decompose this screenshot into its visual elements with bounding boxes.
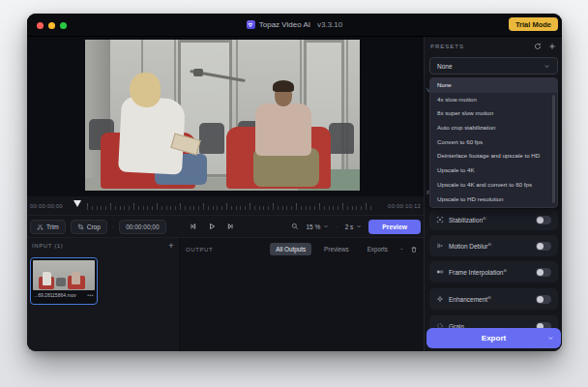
input-panel: INPUT (1) + ...69.28115864.mov ••• (27, 238, 180, 351)
app-version: v3.3.10 (317, 20, 342, 29)
enhancement-toggle[interactable] (536, 295, 551, 304)
crop-icon (77, 223, 84, 230)
timeline-start-timecode: 00:00:00;00 (30, 203, 63, 209)
previous-frame-button[interactable] (190, 223, 197, 230)
presets-panel: PRESETS VI FI None None (424, 37, 562, 351)
trial-mode-badge[interactable]: Trial Mode (509, 17, 558, 31)
motion-deblur-toggle[interactable] (536, 242, 551, 251)
play-button[interactable] (208, 223, 216, 230)
frame-interpolation-icon (436, 268, 444, 276)
output-panel: OUTPUT All Outputs Previews Exports (180, 238, 424, 351)
filter-motion-deblur[interactable]: Motion DeblurAI (429, 235, 558, 256)
tab-all-outputs[interactable]: All Outputs (270, 243, 311, 255)
preset-option[interactable]: None (430, 78, 557, 93)
preset-option[interactable]: 4x slow motion (430, 93, 557, 107)
preview-duration-select[interactable]: 2 s (343, 222, 365, 232)
input-clip-thumbnail[interactable]: ...69.28115864.mov ••• (30, 257, 98, 305)
scissors-icon (37, 223, 44, 230)
zoom-window-button[interactable] (60, 22, 67, 29)
export-button[interactable]: Export (426, 328, 561, 348)
preset-option[interactable]: Upscale to HD resolution (430, 193, 557, 207)
presets-header: PRESETS (430, 44, 464, 49)
chevron-down-icon (544, 63, 550, 70)
traffic-lights (37, 22, 67, 29)
minimize-window-button[interactable] (48, 22, 55, 29)
filter-frame-interpolation[interactable]: Frame InterpolationAI (429, 261, 558, 283)
preview-button[interactable]: Preview (368, 220, 421, 234)
chevron-down-icon (323, 223, 329, 229)
clip-filename: ...69.28115864.mov (34, 292, 76, 298)
window-title: Topaz Video AI v3.3.10 (247, 20, 342, 29)
output-tabs: All Outputs Previews Exports (270, 243, 418, 255)
add-preset-icon[interactable] (548, 43, 556, 50)
add-input-button[interactable]: + (168, 243, 174, 249)
preview-area (27, 37, 424, 196)
titlebar: Topaz Video AI v3.3.10 Trial Mode (27, 14, 562, 37)
preset-dropdown-list: None 4x slow motion 8x super slow motion… (429, 77, 558, 208)
reset-presets-icon[interactable] (534, 43, 542, 50)
timeline-end-timecode: 00:00:10;12 (388, 203, 421, 209)
filter-enhancement[interactable]: EnhancementAI (429, 288, 558, 310)
enhancement-icon (436, 295, 444, 303)
preset-select[interactable]: None (429, 57, 558, 74)
preset-option[interactable]: Upscale to 4K (430, 164, 557, 178)
trim-button[interactable]: Trim (30, 220, 66, 234)
tab-previews[interactable]: Previews (318, 243, 355, 255)
dropdown-scrollbar[interactable] (552, 95, 555, 203)
app-window: Topaz Video AI v3.3.10 Trial Mode (27, 14, 562, 351)
chevron-down-icon (356, 223, 362, 229)
clip-more-button[interactable]: ••• (87, 292, 94, 298)
playhead[interactable] (74, 200, 81, 207)
zoom-magnifier-icon (291, 223, 299, 230)
preset-option[interactable]: Upscale to 4K and convert to 60 fps (430, 178, 557, 193)
preset-option[interactable]: Deinterlace footage and upscale to HD (430, 149, 557, 164)
stabilization-toggle[interactable] (536, 216, 551, 224)
motion-deblur-icon (436, 242, 444, 250)
scene-man (255, 104, 311, 156)
input-panel-header: INPUT (1) (32, 243, 63, 249)
preset-option[interactable]: 8x super slow motion (430, 106, 557, 121)
tab-exports[interactable]: Exports (362, 243, 394, 255)
transport-controls (190, 216, 234, 237)
export-options-chevron-icon[interactable] (547, 335, 554, 342)
close-window-button[interactable] (37, 22, 44, 29)
crop-button[interactable]: Crop (71, 220, 107, 234)
zoom-level-select[interactable]: 15 % (304, 222, 331, 232)
filter-stabilization[interactable]: StabilizationAI (429, 209, 558, 230)
frame-interpolation-toggle[interactable] (536, 268, 551, 277)
stabilization-icon (436, 216, 444, 223)
preset-option[interactable]: Auto crop stabilization (430, 121, 557, 135)
topaz-logo-icon (247, 20, 255, 29)
preset-option[interactable]: Convert to 60 fps (430, 135, 557, 150)
next-frame-button[interactable] (226, 223, 234, 230)
video-frame (85, 40, 360, 191)
clip-thumbnail-image (33, 260, 95, 290)
trash-icon[interactable] (410, 246, 418, 253)
output-panel-header: OUTPUT (186, 247, 213, 253)
app-name: Topaz Video AI (259, 20, 310, 29)
timecode-input[interactable]: 00:00:00;00 (119, 220, 165, 234)
toolbar: Trim Crop · 00:00:00;00 (27, 215, 424, 237)
timeline[interactable]: 00:00:00;00 00:00:10;12 (27, 196, 424, 215)
